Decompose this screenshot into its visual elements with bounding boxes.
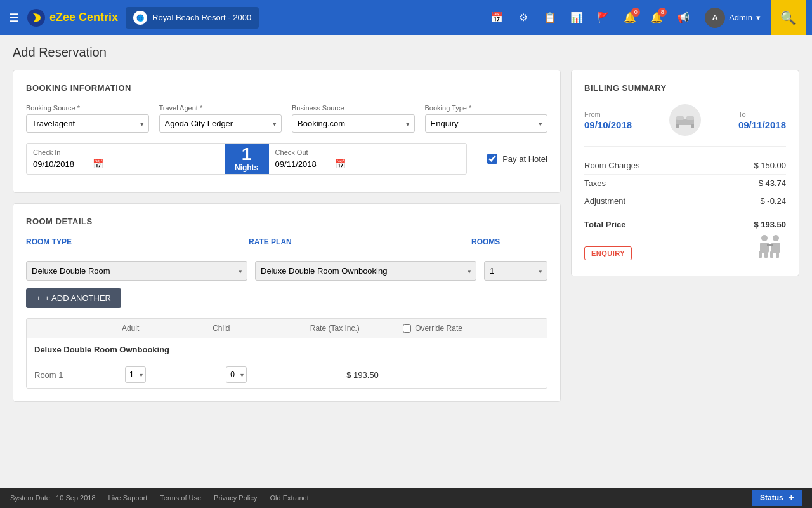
hamburger-menu[interactable]: ☰: [6, 8, 22, 27]
old-extranet-link[interactable]: Old Extranet: [270, 494, 309, 502]
privacy-link[interactable]: Privacy Policy: [214, 494, 257, 502]
system-date: System Date : 10 Sep 2018: [10, 494, 96, 502]
notifications-badge: 8: [658, 8, 667, 17]
total-label: Total Price: [584, 220, 626, 229]
checkin-group: Check In 📅: [27, 144, 225, 174]
to-date: 09/11/2018: [738, 119, 786, 130]
total-row: Total Price $ 193.50: [584, 213, 786, 233]
business-source-label: Business Source: [292, 104, 415, 112]
svg-rect-10: [759, 251, 762, 258]
rate-plan-select-wrap: Deluxe Double Room Ownbooking: [255, 261, 476, 281]
property-icon: 🌐: [133, 11, 147, 25]
property-selector[interactable]: 🌐 Royal Beach Resort - 2000: [126, 7, 259, 29]
business-source-select[interactable]: Booking.com: [292, 114, 415, 133]
alerts-icon-btn[interactable]: 🔔 0: [619, 6, 641, 29]
room-type-select-wrap: Deluxe Double Room: [26, 261, 247, 281]
topnav-icons: 📅 ⚙ 📋 📊 🚩 🔔 0 🔔 8 📢: [485, 6, 695, 29]
room-charges-label: Room Charges: [584, 161, 639, 170]
pay-at-hotel-wrap: Pay at Hotel: [487, 154, 547, 164]
page-container: Add Reservation BOOKING INFORMATION Book…: [0, 35, 812, 488]
speaker-icon-btn[interactable]: 📢: [672, 6, 695, 29]
svg-rect-16: [767, 244, 773, 246]
dates-row: Check In 📅 1 Nights Check Out: [26, 143, 547, 175]
from-label: From: [584, 110, 632, 118]
add-another-button[interactable]: + + ADD ANOTHER: [26, 288, 121, 308]
svg-point-12: [773, 235, 779, 241]
reports-icon-btn[interactable]: 📋: [539, 6, 561, 29]
room-charges-row: Room Charges $ 150.00: [584, 157, 786, 175]
status-expand-icon[interactable]: +: [789, 492, 794, 504]
override-rate-checkbox[interactable]: [403, 324, 411, 333]
checkin-calendar-icon[interactable]: 📅: [93, 159, 103, 169]
checkout-input[interactable]: [275, 159, 332, 169]
travel-agent-label: Travel Agent *: [159, 104, 282, 112]
room-charges-value: $ 150.00: [754, 161, 786, 170]
adult-select[interactable]: 123: [125, 366, 146, 383]
booking-source-select[interactable]: Travelagent: [26, 114, 149, 133]
search-button[interactable]: 🔍: [771, 0, 806, 35]
from-date: 09/10/2018: [584, 119, 632, 130]
admin-avatar: A: [705, 8, 725, 28]
checkout-calendar-icon[interactable]: 📅: [335, 159, 346, 169]
rate-plan-col-header: Rate Plan: [249, 237, 471, 246]
main-layout: BOOKING INFORMATION Booking Source * Tra…: [13, 70, 799, 412]
room1-rate-amount: $ 193.50: [346, 370, 379, 380]
rate-table-header: Adult Child Rate (Tax Inc.) Override Rat…: [27, 319, 547, 338]
status-bar: Status +: [752, 490, 802, 506]
svg-rect-5: [686, 116, 694, 120]
from-group: From 09/10/2018: [584, 110, 632, 130]
room1-adult-wrap: 123: [85, 366, 186, 383]
footer: System Date : 10 Sep 2018 Live Support T…: [0, 488, 812, 508]
table-row: Room 1 123 012: [27, 361, 547, 388]
pay-at-hotel-checkbox[interactable]: [487, 154, 497, 164]
total-value: $ 193.50: [754, 220, 786, 229]
rooms-col-header: Rooms: [471, 237, 547, 246]
booking-source-group: Booking Source * Travelagent: [26, 104, 149, 133]
adjustment-label: Adjustment: [584, 196, 625, 206]
enquiry-badge: ENQUIRY: [584, 246, 632, 260]
live-support-link[interactable]: Live Support: [108, 494, 148, 502]
travel-agent-wrap: Agoda City Ledger: [159, 114, 282, 133]
logo-text: eZee Centrix: [49, 11, 118, 24]
room-details-card: ROOM DETAILS Room Type Rate Plan Rooms D…: [13, 203, 561, 402]
booking-type-select[interactable]: Enquiry: [425, 114, 548, 133]
travel-agent-group: Travel Agent * Agoda City Ledger: [159, 104, 282, 133]
admin-menu[interactable]: A Admin ▾: [700, 5, 766, 30]
checkout-label: Check Out: [275, 149, 461, 156]
rooms-count-select-wrap: 1 2 3: [484, 261, 547, 281]
booking-source-label: Booking Source *: [26, 104, 149, 112]
room-type-select[interactable]: Deluxe Double Room: [26, 261, 247, 281]
travel-agent-select[interactable]: Agoda City Ledger: [159, 114, 282, 133]
billing-from-to: From 09/10/2018 To: [584, 104, 786, 147]
checkin-label: Check In: [33, 149, 218, 156]
flag-icon-btn[interactable]: 🚩: [592, 6, 615, 29]
rooms-count-select[interactable]: 1 2 3: [484, 261, 547, 281]
billing-summary-title: BILLING SUMMARY: [584, 83, 786, 93]
billing-summary-card: BILLING SUMMARY From 09/10/2018: [571, 70, 799, 276]
add-another-label: + ADD ANOTHER: [45, 293, 111, 303]
svg-point-8: [761, 235, 768, 241]
booking-dropdowns-row: Booking Source * Travelagent Travel Agen…: [26, 104, 547, 133]
rate-col-rate: Rate (Tax Inc.): [266, 324, 403, 333]
tools-icon-btn[interactable]: ⚙: [512, 6, 535, 29]
dates-container: Check In 📅 1 Nights Check Out: [26, 143, 467, 175]
left-panel: BOOKING INFORMATION Booking Source * Tra…: [13, 70, 561, 412]
checkin-input[interactable]: [33, 159, 90, 169]
rate-plan-name: Deluxe Double Room Ownbooking: [27, 338, 547, 361]
booking-source-wrap: Travelagent: [26, 114, 149, 133]
checkin-input-wrap: 📅: [33, 159, 218, 169]
notifications-icon-btn[interactable]: 🔔 8: [645, 6, 668, 29]
pay-at-hotel-label: Pay at Hotel: [502, 154, 547, 164]
rate-plan-select[interactable]: Deluxe Double Room Ownbooking: [255, 261, 476, 281]
taxes-value: $ 43.74: [759, 178, 786, 188]
calendar-icon-btn[interactable]: 📅: [485, 6, 508, 29]
status-label: Status: [760, 493, 783, 502]
terms-link[interactable]: Terms of Use: [160, 494, 201, 502]
right-panel: BILLING SUMMARY From 09/10/2018: [571, 70, 799, 412]
svg-text:🌐: 🌐: [137, 15, 145, 22]
booking-info-card: BOOKING INFORMATION Booking Source * Tra…: [13, 70, 561, 193]
chart-icon-btn[interactable]: 📊: [565, 6, 588, 29]
svg-rect-9: [760, 243, 769, 253]
booking-type-label: Booking Type *: [425, 104, 548, 112]
child-select[interactable]: 012: [226, 366, 247, 383]
